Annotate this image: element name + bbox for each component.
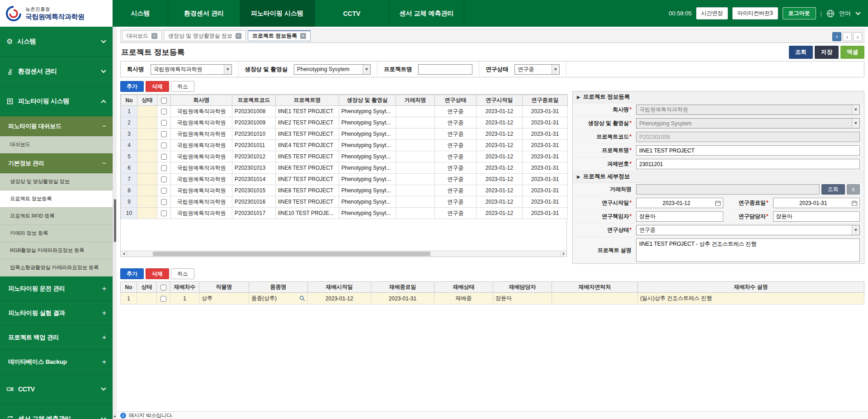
sidebar-item-rgb-camera-coords[interactable]: RGB촬영실 카메라좌표정보 등록 (0, 242, 113, 259)
row-checkbox[interactable] (161, 199, 167, 205)
tab-chamber-info[interactable]: 생장상 및 영상촬영실 정보 × (164, 30, 246, 41)
horizontal-scrollbar[interactable] (121, 251, 566, 257)
save-button[interactable]: 저장 (815, 46, 839, 59)
sidebar-group-operation-management[interactable]: 피노타이핑 운전 관리 + (0, 276, 113, 301)
table-row[interactable]: 1 1 상추 품종(상추) 2023-01-12 2023 (121, 293, 864, 305)
filter-company-select[interactable]: 국립원예특작과학원 (151, 64, 232, 75)
calendar-icon[interactable] (715, 200, 721, 206)
task-number-input[interactable] (636, 159, 860, 169)
delete-button[interactable]: 삭제 (146, 268, 169, 279)
extend-time-button[interactable]: 시간연장 (696, 7, 728, 19)
table-row[interactable]: 10 국립원예특작과학원 P202301017 lINE10 TEST PROJ… (121, 208, 568, 219)
row-checkbox[interactable] (161, 143, 167, 148)
research-end-input[interactable] (773, 198, 860, 208)
delete-button[interactable]: 삭제 (146, 81, 169, 92)
research-manager-input[interactable] (773, 211, 860, 222)
table-row[interactable]: 9 국립원예특작과학원 P202301016 lINE9 TEST PROJEC… (121, 196, 568, 208)
scrollbar-track[interactable] (127, 251, 560, 257)
sidebar-group-project-backup[interactable]: 프로젝트 백업 관리 + (0, 325, 113, 350)
row-checkbox[interactable] (161, 188, 167, 194)
expand-icon[interactable]: + (102, 358, 106, 366)
logout-button[interactable]: 로그아웃 (783, 7, 816, 19)
expand-icon[interactable]: + (102, 333, 106, 342)
sidebar-group-experiment-results[interactable]: 피노타이핑 실험 결과 + (0, 301, 113, 325)
project-name-input[interactable] (636, 145, 860, 156)
sidebar-item-phenotyping-system[interactable]: 피노타이핑 시스템 (0, 86, 113, 116)
filter-chamber-select[interactable]: Phenotyping Sysytem (294, 64, 371, 75)
row-checkbox[interactable] (161, 165, 167, 171)
collapse-icon[interactable]: − (102, 122, 106, 130)
calendar-icon[interactable] (851, 200, 858, 206)
research-leader-input[interactable] (636, 211, 723, 222)
expand-icon[interactable]: + (102, 309, 106, 317)
top-menu-sensor-replace[interactable]: 센서 교체 예측관리 (389, 0, 464, 27)
add-button[interactable]: 추가 (120, 268, 144, 279)
row-checkbox[interactable] (161, 154, 167, 160)
row-checkbox[interactable] (161, 176, 167, 182)
sidebar-section-phenotyping-dashboard[interactable]: 피노타이핑 대쉬보드 − (0, 116, 113, 136)
client-search-button[interactable]: 조회 (821, 184, 845, 195)
scrollbar-down-arrow[interactable] (113, 416, 116, 418)
scrollbar-handle[interactable] (153, 252, 430, 256)
sidebar-item-project-rfid[interactable]: 프로젝트 RFID 등록 (0, 208, 113, 225)
collapse-icon[interactable]: − (102, 159, 106, 167)
research-start-input[interactable] (636, 198, 723, 208)
row-checkbox[interactable] (161, 131, 167, 137)
table-row[interactable]: 5 국립원예특작과학원 P202301012 lINE5 TEST PROJEC… (121, 151, 568, 162)
close-all-tabs-button[interactable]: × (832, 32, 841, 41)
tab-close-icon[interactable]: × (236, 33, 241, 39)
inquiry-button[interactable]: 조회 (789, 46, 813, 59)
tab-project-registration[interactable]: 프로젝트 정보등록 × (248, 30, 311, 41)
select-all-checkbox[interactable] (161, 98, 167, 104)
globe-icon[interactable] (826, 10, 835, 18)
tab-dashboard[interactable]: 대쉬보드 × (122, 30, 162, 41)
table-row[interactable]: 1 국립원예특작과학원 P202301008 lINE1 TEST PROJEC… (121, 106, 568, 117)
sidebar-item-camera-info[interactable]: 카메라 정보 등록 (0, 225, 113, 242)
add-button[interactable]: 추가 (120, 81, 144, 92)
sidebar-item-dashboard[interactable]: 대쉬보드 (0, 136, 113, 153)
top-menu-cctv[interactable]: CCTV (315, 0, 389, 27)
scroll-right-arrow[interactable] (560, 251, 566, 257)
tab-close-icon[interactable]: × (151, 33, 157, 39)
select-all-checkbox[interactable] (160, 285, 166, 290)
cancel-button[interactable]: 취소 (171, 81, 194, 92)
sidebar-scrollbar[interactable] (113, 27, 117, 419)
sidebar-item-fluorescence-camera-coords[interactable]: 엽록소형광촬영실 카메라좌표정보 등록 (0, 259, 113, 276)
scroll-left-arrow[interactable] (121, 251, 127, 257)
company-select[interactable]: 국립원예특작과학원 (636, 105, 860, 115)
top-menu-env-sensor[interactable]: 환경센서 관리 (168, 0, 240, 27)
table-row[interactable]: 4 국립원예특작과학원 P202301011 lINE4 TEST PROJEC… (121, 140, 568, 151)
chamber-select[interactable]: Phenotyping Sysytem (636, 118, 860, 129)
table-row[interactable]: 3 국립원예특작과학원 P202301010 lINE3 TEST PROJEC… (121, 129, 568, 140)
sidebar-item-project-registration[interactable]: 프로젝트 정보등록 (0, 190, 113, 208)
tab-scroll-right-button[interactable]: › (853, 32, 862, 41)
chevron-down-icon[interactable] (855, 12, 861, 15)
row-checkbox[interactable] (160, 296, 166, 302)
table-row[interactable]: 7 국립원예특작과학원 P202301014 lINE7 TEST PROJEC… (121, 174, 568, 185)
table-row[interactable]: 8 국립원예특작과학원 P202301015 lINE8 TEST PROJEC… (121, 185, 568, 196)
sidebar-item-cctv[interactable]: CCTV (0, 374, 113, 404)
sidebar-item-chamber-info[interactable]: 생장상 및 영상촬영실 정보 (0, 173, 113, 190)
tab-close-icon[interactable]: × (300, 33, 306, 39)
sidebar-item-env-sensor[interactable]: 환경센서 관리 (0, 57, 113, 86)
scrollbar-handle[interactable] (114, 199, 116, 242)
table-row[interactable]: 2 국립원예특작과학원 P202301009 lINE2 TEST PROJEC… (121, 117, 568, 129)
project-desc-textarea[interactable]: lINE1 TEST PROJECT - 상추 건조스트레스 진행 (636, 238, 860, 262)
sidebar-item-sensor-replace[interactable]: 센서 교체 예측관리 (0, 404, 113, 419)
research-status-select[interactable]: 연구중 (636, 225, 860, 235)
user-button[interactable]: 아이티컨버전3 (732, 7, 778, 19)
row-checkbox[interactable] (161, 210, 167, 216)
excel-button[interactable]: 엑셀 (840, 46, 864, 59)
sidebar-section-basic-info[interactable]: 기본정보 관리 − (0, 153, 113, 173)
sidebar-group-database-backup[interactable]: 데이타베이스 Backup + (0, 350, 113, 374)
row-checkbox[interactable] (161, 109, 167, 114)
row-checkbox[interactable] (161, 120, 167, 126)
client-clear-button[interactable]: X (847, 184, 860, 195)
top-menu-system[interactable]: 시스템 (113, 0, 168, 27)
filter-status-select[interactable]: 연구중 (514, 64, 560, 75)
sidebar-item-system[interactable]: ⚙ 시스템 (0, 27, 113, 57)
expand-icon[interactable]: + (102, 285, 106, 293)
top-menu-phenotyping[interactable]: 피노타이핑 시스템 (240, 0, 315, 27)
search-icon[interactable] (299, 295, 305, 301)
cancel-button[interactable]: 취소 (171, 268, 194, 279)
